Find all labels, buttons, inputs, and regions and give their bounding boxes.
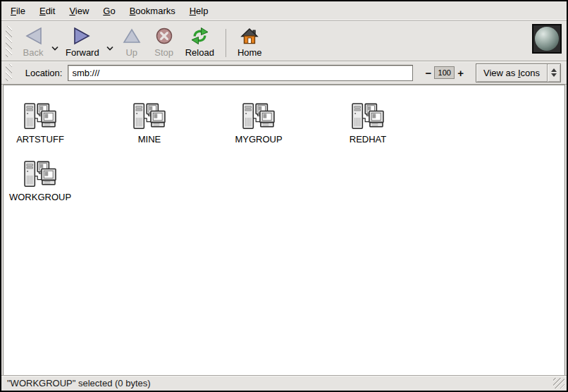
forward-icon	[73, 25, 92, 46]
menu-view[interactable]: View	[62, 2, 96, 20]
location-label: Location:	[25, 68, 63, 78]
menu-bookmarks[interactable]: Bookmarks	[123, 2, 183, 20]
forward-label: Forward	[66, 47, 99, 58]
status-text: "WORKGROUP" selected (0 bytes)	[7, 378, 151, 388]
zoom-in-button[interactable]: +	[455, 67, 467, 79]
item-label: ARTSTUFF	[16, 134, 64, 145]
back-icon	[24, 25, 43, 46]
toolbar: Back Forward Up	[1, 21, 567, 61]
workgroup-item-artstuff[interactable]: ARTSTUFF	[8, 102, 72, 145]
reload-label: Reload	[185, 47, 214, 58]
up-icon	[123, 25, 141, 46]
view-as-label: View as Icons	[476, 64, 547, 82]
home-button[interactable]: Home	[233, 24, 267, 59]
zoom-out-button[interactable]: −	[422, 67, 434, 79]
network-icon	[350, 102, 385, 132]
status-bar: "WORKGROUP" selected (0 bytes)	[1, 375, 567, 391]
back-history-dropdown[interactable]	[49, 41, 61, 54]
back-label: Back	[23, 47, 44, 58]
menu-bar: File Edit View Go Bookmarks Help	[1, 1, 567, 21]
network-icon	[23, 102, 58, 132]
stop-label: Stop	[154, 47, 173, 58]
chevron-down-icon	[106, 42, 113, 53]
workgroup-item-redhat[interactable]: REDHAT	[336, 102, 400, 145]
view-as-dropdown[interactable]: View as Icons	[476, 63, 561, 82]
home-label: Home	[237, 47, 262, 58]
icon-row: WORKGROUP	[8, 160, 564, 218]
network-icon	[23, 160, 58, 190]
resize-grip[interactable]	[553, 378, 564, 388]
up-button[interactable]: Up	[116, 24, 148, 59]
menu-file[interactable]: File	[4, 2, 32, 20]
up-label: Up	[125, 47, 137, 58]
menu-help[interactable]: Help	[183, 2, 216, 20]
home-icon	[240, 25, 259, 46]
back-button[interactable]: Back	[17, 24, 49, 59]
workgroup-item-mygroup[interactable]: MYGROUP	[227, 102, 290, 145]
zoom-level-indicator: 100	[434, 66, 455, 79]
icon-view: ARTSTUFF MINE MYGROUP REDHAT WORKGROUP	[3, 85, 565, 375]
location-input[interactable]	[68, 65, 413, 81]
network-icon	[132, 102, 167, 132]
toolbar-separator	[226, 29, 226, 57]
menu-go[interactable]: Go	[96, 2, 122, 20]
reload-icon	[190, 25, 209, 46]
item-label: REDHAT	[350, 134, 386, 145]
item-label: MYGROUP	[235, 134, 282, 145]
workgroup-item-workgroup[interactable]: WORKGROUP	[8, 160, 72, 202]
network-icon	[241, 102, 276, 132]
file-manager-window: File Edit View Go Bookmarks Help Back Fo…	[0, 0, 568, 392]
item-label: WORKGROUP	[9, 192, 71, 202]
reload-button[interactable]: Reload	[180, 24, 219, 59]
icon-row: ARTSTUFF MINE MYGROUP REDHAT	[8, 102, 564, 160]
location-bar: Location: − 100 + View as Icons	[1, 61, 567, 85]
workgroup-item-mine[interactable]: MINE	[118, 102, 181, 145]
forward-button[interactable]: Forward	[61, 24, 104, 59]
stop-icon	[155, 25, 173, 46]
stop-button[interactable]: Stop	[148, 24, 180, 59]
throbber-sphere-icon	[535, 27, 559, 51]
item-label: MINE	[138, 134, 161, 145]
throbber	[532, 24, 562, 54]
toolbar-drag-handle[interactable]	[6, 26, 12, 57]
menu-edit[interactable]: Edit	[32, 2, 62, 20]
location-bar-drag-handle[interactable]	[6, 64, 12, 81]
dropdown-arrows-icon	[547, 64, 560, 82]
forward-history-dropdown[interactable]	[104, 41, 116, 54]
chevron-down-icon	[51, 42, 58, 53]
